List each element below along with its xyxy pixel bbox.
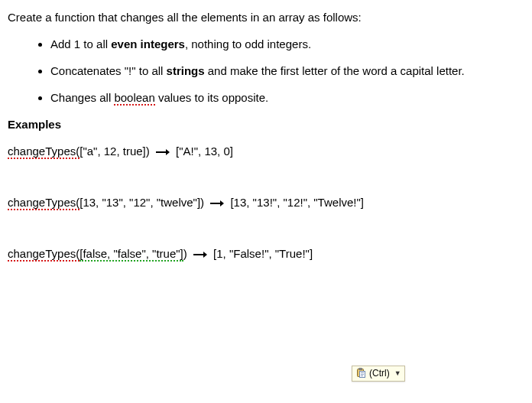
example-fn-close: ) — [146, 145, 150, 158]
smarttag-label: (Ctrl) — [369, 367, 390, 380]
bullet-text-pre: Changes all — [50, 91, 114, 104]
example-fn-name: changeTypes( — [8, 247, 79, 262]
example-line: changeTypes(["a", 12, true]) ["A!", 13, … — [8, 143, 524, 159]
example-line: changeTypes([false, "false", "true"]) [1… — [8, 245, 524, 262]
arrow-icon — [193, 251, 207, 258]
chevron-down-icon: ▼ — [394, 369, 401, 379]
bullet-bold: even integers — [111, 37, 185, 50]
svg-marker-3 — [220, 200, 224, 206]
example-line: changeTypes([13, "13", "12", "twelve"]) … — [8, 194, 524, 210]
intro-paragraph: Create a function that changes all the e… — [8, 9, 524, 25]
paste-options-smarttag[interactable]: (Ctrl) ▼ — [352, 366, 405, 382]
arrow-icon — [210, 200, 224, 207]
example-result: [13, "13!", "12!", "Twelve!"] — [230, 196, 364, 209]
example-fn-args: [13, "13", "12", "twelve"] — [79, 196, 200, 209]
example-fn-name: changeTypes( — [8, 145, 79, 159]
bullet-list: Add 1 to all even integers, nothing to o… — [8, 36, 524, 106]
example-fn-name: changeTypes( — [8, 196, 79, 210]
bullet-bold: strings — [167, 64, 205, 77]
svg-rect-7 — [359, 369, 362, 370]
example-fn-close: ) — [183, 247, 187, 260]
example-fn-args: [false, "false", "true"] — [79, 247, 183, 262]
list-item: Concatenates "!" to all strings and make… — [50, 63, 524, 79]
list-item: Changes all boolean values to its opposi… — [50, 89, 524, 106]
example-fn-args: ["a", 12, true] — [79, 145, 146, 158]
bullet-text-post: , nothing to odd integers. — [185, 37, 311, 50]
example-result: ["A!", 13, 0] — [176, 145, 233, 158]
example-fn-close: ) — [200, 196, 204, 209]
examples-heading: Examples — [8, 116, 524, 132]
svg-marker-1 — [166, 149, 170, 155]
list-item: Add 1 to all even integers, nothing to o… — [50, 36, 524, 52]
arrow-icon — [156, 148, 170, 156]
bullet-text-pre: Add 1 to all — [50, 37, 111, 50]
document-body: Create a function that changes all the e… — [8, 9, 524, 394]
bullet-text-post: values to its opposite. — [155, 91, 268, 104]
svg-marker-5 — [203, 252, 207, 258]
bullet-text-pre: Concatenates "!" to all — [50, 64, 167, 77]
bullet-text-post: and make the first letter of the word a … — [205, 64, 465, 77]
bullet-spellcheck-word: boolean — [114, 91, 154, 106]
example-result: [1, "False!", "True!"] — [213, 247, 313, 260]
clipboard-icon — [355, 368, 366, 379]
